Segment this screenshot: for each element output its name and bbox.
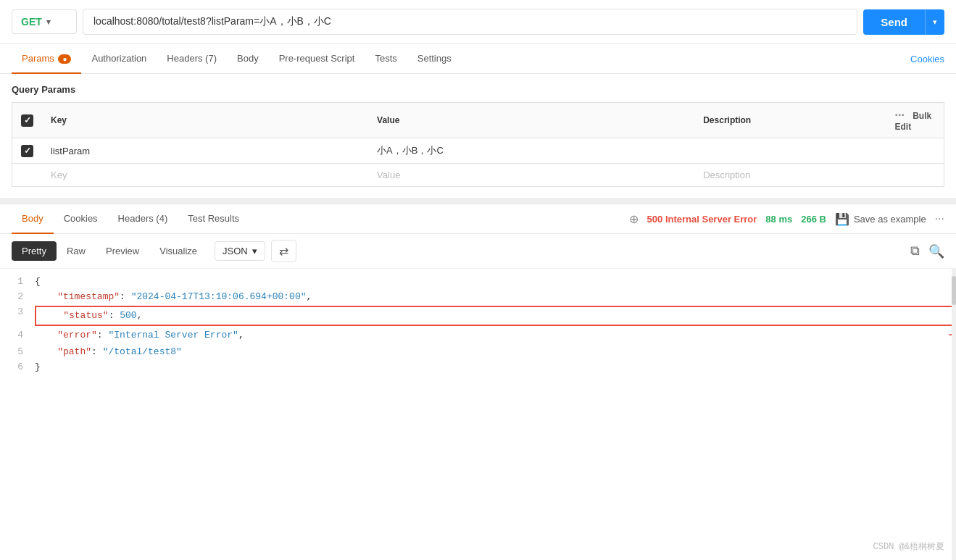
line-num-2: 2 [0, 290, 35, 305]
col-actions: ··· Bulk Edit [886, 103, 944, 138]
resp-tab-headers[interactable]: Headers (4) [108, 204, 178, 234]
send-button[interactable]: Send [863, 9, 925, 35]
line-num-5: 5 [0, 345, 35, 360]
line-num-1: 1 [0, 275, 35, 290]
code-line-1: 1 { [0, 275, 956, 290]
response-tabs-bar: Body Cookies Headers (4) Test Results ⊕ … [0, 204, 956, 234]
val-status: 500 [120, 310, 136, 321]
response-format-bar: Pretty Raw Preview Visualize JSON ▾ ⇄ ⧉ … [0, 234, 956, 269]
row1-actions [886, 138, 944, 164]
save-as-example-button[interactable]: 💾 Save as example [835, 212, 926, 226]
empty-value[interactable]: Value [368, 164, 694, 187]
tab-body[interactable]: Body [227, 44, 269, 74]
val-path: "/total/test8" [103, 346, 182, 357]
method-label: GET [21, 16, 42, 28]
params-badge: ● [58, 54, 71, 64]
line-content-6: } [35, 360, 956, 375]
key-timestamp: "timestamp" [57, 291, 120, 302]
request-tabs-bar: Params ● Authorization Headers (7) Body … [0, 44, 956, 74]
app-container: GET ▾ Send ▾ Params ● Authorization Head… [0, 0, 956, 560]
more-options-icon[interactable]: ··· [895, 109, 905, 121]
globe-icon: ⊕ [629, 212, 639, 226]
save-icon: 💾 [835, 212, 849, 226]
wrap-button[interactable]: ⇄ [271, 240, 296, 262]
fmt-tab-visualize[interactable]: Visualize [149, 241, 207, 261]
send-button-group: Send ▾ [863, 9, 944, 35]
code-line-4: 4 "error": "Internal Server Error", — [0, 326, 956, 345]
format-chevron-icon: ▾ [252, 246, 257, 256]
status-badge: 500 Internal Server Error [647, 214, 757, 225]
line-num-3: 3 [0, 305, 35, 320]
tab-params[interactable]: Params ● [12, 44, 81, 74]
col-value-header: Value [368, 103, 694, 138]
send-dropdown-button[interactable]: ▾ [925, 9, 944, 35]
empty-actions [886, 164, 944, 187]
response-panel: Body Cookies Headers (4) Test Results ⊕ … [0, 204, 956, 560]
line-content-3: "status": 500, [35, 306, 956, 327]
empty-desc[interactable]: Description [694, 164, 886, 187]
key-path: "path" [57, 346, 91, 357]
response-more-icon[interactable]: ··· [935, 212, 944, 225]
param-row-1: listParam 小A，小B，小C [12, 138, 944, 164]
method-select[interactable]: GET ▾ [12, 9, 77, 34]
line-num-4: 4 [0, 328, 35, 343]
key-status: "status" [63, 310, 108, 321]
code-line-6: 6 } [0, 360, 956, 375]
fmt-tab-pretty[interactable]: Pretty [12, 241, 57, 261]
resp-tab-body[interactable]: Body [12, 204, 54, 234]
query-params-section: Query Params Key Value Description ··· B… [0, 74, 956, 187]
panel-divider [0, 198, 956, 204]
val-error: "Internal Server Error" [108, 330, 238, 340]
row1-checkbox-cell [12, 138, 43, 164]
code-line-5: 5 "path": "/total/test8" [0, 345, 956, 360]
response-status-area: ⊕ 500 Internal Server Error 88 ms 266 B … [629, 212, 944, 226]
empty-key[interactable]: Key [42, 164, 368, 187]
resp-tab-cookies[interactable]: Cookies [54, 204, 108, 234]
response-time: 88 ms [765, 214, 792, 225]
url-input[interactable] [83, 9, 857, 35]
line-content-1: { [35, 275, 956, 290]
row1-value[interactable]: 小A，小B，小C [368, 138, 694, 164]
empty-checkbox-cell [12, 164, 43, 187]
line-content-4: "error": "Internal Server Error", [35, 328, 943, 343]
row1-desc[interactable] [694, 138, 886, 164]
query-params-title: Query Params [12, 84, 944, 95]
code-line-2: 2 "timestamp": "2024-04-17T13:10:06.694+… [0, 290, 956, 305]
resp-tab-test-results[interactable]: Test Results [178, 204, 249, 234]
row1-key[interactable]: listParam [42, 138, 368, 164]
params-table-header: Key Value Description ··· Bulk Edit [12, 103, 944, 138]
line-content-5: "path": "/total/test8" [35, 345, 956, 360]
fmt-tab-raw[interactable]: Raw [57, 241, 96, 261]
format-select[interactable]: JSON ▾ [215, 241, 265, 261]
params-table: Key Value Description ··· Bulk Edit list… [12, 102, 944, 187]
val-timestamp: "2024-04-17T13:10:06.694+00:00" [131, 291, 307, 302]
code-line-3: 3 "status": 500, [0, 305, 956, 327]
col-checkbox [12, 103, 43, 138]
row1-checkbox[interactable] [21, 145, 33, 157]
key-error: "error" [57, 330, 97, 340]
line-content-2: "timestamp": "2024-04-17T13:10:06.694+00… [35, 290, 956, 305]
response-code-area: 1 { 2 "timestamp": "2024-04-17T13:10:06.… [0, 269, 956, 560]
copy-icon[interactable]: ⧉ [910, 243, 920, 259]
tab-authorization[interactable]: Authorization [81, 44, 157, 74]
tab-headers[interactable]: Headers (7) [157, 44, 227, 74]
search-icon[interactable]: 🔍 [928, 243, 944, 259]
col-desc-header: Description [694, 103, 886, 138]
tab-tests[interactable]: Tests [365, 44, 407, 74]
param-empty-row: Key Value Description [12, 164, 944, 187]
cookies-link[interactable]: Cookies [910, 45, 944, 73]
tab-settings[interactable]: Settings [407, 44, 462, 74]
method-chevron-icon: ▾ [46, 17, 51, 27]
response-size: 266 B [801, 214, 826, 225]
watermark: CSDN @&梧桐树夏 [873, 540, 944, 554]
select-all-checkbox[interactable] [21, 114, 33, 127]
scrollbar-track[interactable] [952, 269, 956, 560]
line-num-6: 6 [0, 360, 35, 375]
scrollbar-thumb[interactable] [952, 276, 956, 305]
tab-prerequest[interactable]: Pre-request Script [269, 44, 365, 74]
fmt-tab-preview[interactable]: Preview [96, 241, 149, 261]
col-key-header: Key [42, 103, 368, 138]
url-bar: GET ▾ Send ▾ [0, 0, 956, 44]
